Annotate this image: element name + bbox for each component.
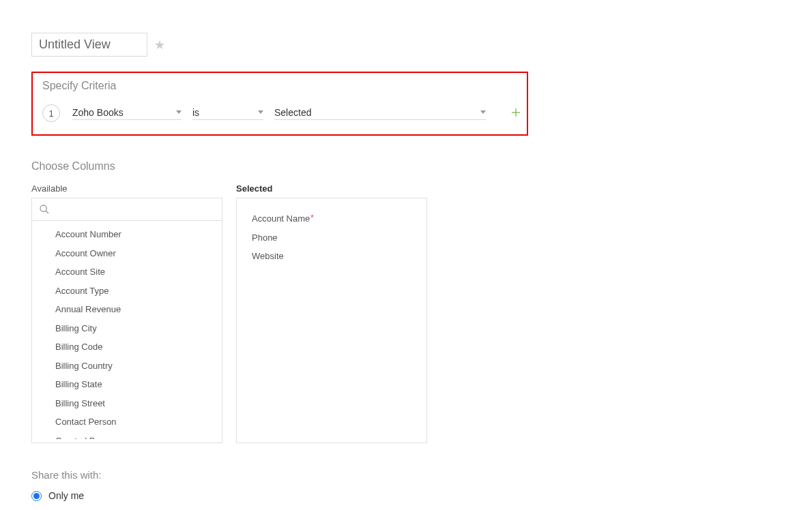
available-column-item[interactable]: Billing Code: [32, 338, 222, 357]
view-title-input[interactable]: [31, 33, 147, 57]
criteria-section: Specify Criteria 1 Zoho Books is Selecte…: [31, 72, 528, 136]
criteria-heading: Specify Criteria: [42, 80, 517, 92]
share-section: Share this with: Only meEveryone: [31, 469, 781, 510]
share-heading: Share this with:: [31, 469, 781, 481]
available-column-item[interactable]: Account Owner: [32, 244, 222, 263]
available-column-item[interactable]: Billing City: [32, 319, 222, 338]
selected-column-item[interactable]: Account Name*: [237, 209, 426, 228]
favorite-star-icon[interactable]: ★: [154, 38, 165, 52]
share-options: Only meEveryone: [31, 490, 781, 510]
available-column-item[interactable]: Billing State: [32, 375, 222, 394]
svg-line-3: [46, 211, 48, 213]
criteria-value-text: Selected: [274, 107, 476, 118]
chevron-down-icon: [480, 110, 486, 114]
available-column-item[interactable]: Billing Country: [32, 357, 222, 376]
available-column-item[interactable]: Account Number: [32, 225, 222, 244]
criteria-field-dropdown[interactable]: Zoho Books: [72, 107, 182, 120]
available-label: Available: [31, 183, 222, 194]
chevron-down-icon: [176, 110, 182, 114]
available-list-box: Account NumberAccount OwnerAccount SiteA…: [31, 198, 222, 443]
view-title-row: ★: [31, 33, 781, 57]
criteria-operator-dropdown[interactable]: is: [192, 107, 263, 120]
search-icon: [39, 204, 50, 215]
required-star-icon: *: [310, 213, 313, 222]
criteria-operator-value: is: [192, 107, 254, 118]
criteria-value-dropdown[interactable]: Selected: [274, 107, 486, 120]
share-option-row[interactable]: Only me: [31, 490, 781, 501]
available-column-item[interactable]: Annual Revenue: [32, 300, 222, 319]
share-option-radio[interactable]: [31, 491, 42, 501]
criteria-number-badge: 1: [42, 104, 60, 122]
available-column-block: Available Account NumberAccount OwnerAcc…: [31, 183, 222, 443]
share-option-label: Only me: [48, 490, 84, 501]
columns-heading: Choose Columns: [31, 160, 781, 172]
selected-list[interactable]: Account Name*PhoneWebsite: [236, 198, 427, 443]
available-list[interactable]: Account NumberAccount OwnerAccount SiteA…: [32, 221, 222, 439]
available-column-item[interactable]: Contact Person: [32, 412, 222, 432]
selected-label: Selected: [236, 183, 427, 194]
available-search-row: [32, 198, 222, 221]
selected-column-item[interactable]: Website: [237, 247, 426, 266]
available-column-item[interactable]: Account Type: [32, 282, 222, 301]
chevron-down-icon: [258, 110, 263, 114]
selected-column-item[interactable]: Phone: [237, 228, 426, 247]
criteria-row: 1 Zoho Books is Selected: [42, 104, 517, 122]
available-search-input[interactable]: [55, 205, 215, 215]
svg-point-2: [40, 205, 46, 211]
available-column-item[interactable]: Created By: [32, 432, 222, 440]
selected-column-block: Selected Account Name*PhoneWebsite: [236, 183, 427, 443]
available-column-item[interactable]: Account Site: [32, 262, 222, 282]
add-criteria-icon[interactable]: [512, 108, 520, 119]
columns-wrap: Available Account NumberAccount OwnerAcc…: [31, 183, 781, 443]
available-column-item[interactable]: Billing Street: [32, 394, 222, 413]
criteria-field-value: Zoho Books: [72, 107, 172, 118]
columns-section: Choose Columns Available Account NumberA…: [31, 160, 781, 443]
